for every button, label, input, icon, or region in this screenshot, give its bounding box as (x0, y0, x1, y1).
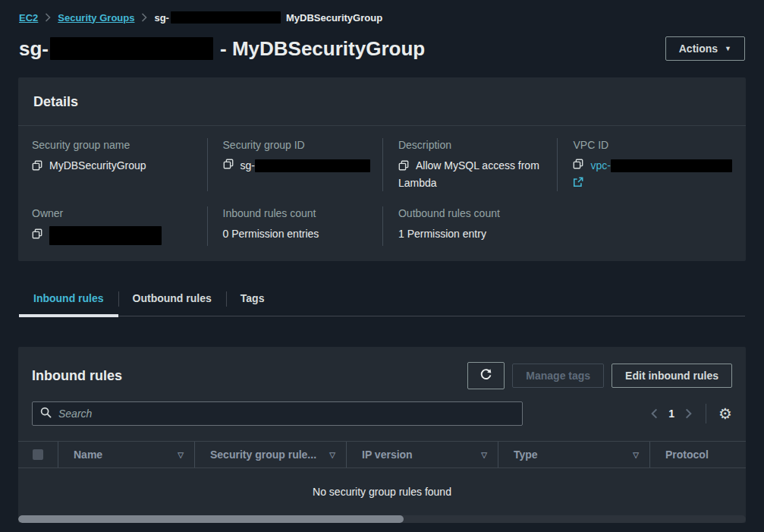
field-value-text: MyDBSecurityGroup (49, 159, 146, 172)
column-label: Type (514, 449, 538, 461)
field-value-text: 1 Permission entry (398, 226, 545, 242)
horizontal-scrollbar[interactable] (18, 515, 746, 523)
field-value-prefix: sg- (241, 158, 255, 174)
field-value-text: Allow MySQL access from Lambda (398, 159, 539, 189)
breadcrumb-current-suffix: MyDBSecurityGroup (286, 12, 382, 24)
edit-inbound-rules-button[interactable]: Edit inbound rules (612, 364, 732, 388)
actions-button-label: Actions (679, 42, 718, 55)
details-panel: Details Security group name MyDBSecurity… (18, 77, 746, 261)
field-owner: Owner (32, 206, 207, 246)
field-label: Owner (32, 206, 195, 220)
field-description: Description Allow MySQL access from Lamb… (382, 138, 558, 191)
inbound-rules-heading: Inbound rules (32, 368, 122, 384)
external-link-icon[interactable] (573, 177, 732, 190)
field-security-group-id: Security group ID sg- (207, 138, 382, 191)
manage-tags-button[interactable]: Manage tags (512, 364, 604, 388)
breadcrumb-current-prefix: sg- (154, 12, 169, 24)
column-label: Name (74, 449, 102, 461)
field-label: Outbound rules count (398, 206, 545, 220)
redacted-value (171, 11, 281, 24)
empty-state-message: No security group rules found (18, 468, 746, 515)
field-label: Inbound rules count (223, 206, 370, 220)
page-title-prefix: sg- (19, 37, 49, 61)
tab-outbound-rules[interactable]: Outbound rules (118, 282, 226, 316)
field-security-group-name: Security group name MyDBSecurityGroup (32, 138, 207, 191)
sort-icon[interactable]: ▽ (329, 451, 335, 459)
breadcrumb-link-ec2[interactable]: EC2 (19, 12, 38, 24)
tab-tags[interactable]: Tags (226, 282, 279, 316)
refresh-icon (479, 368, 492, 383)
copy-icon[interactable] (223, 158, 234, 174)
copy-icon[interactable] (398, 159, 409, 175)
column-label: Security group rule... (210, 449, 316, 461)
column-label: Protocol (665, 449, 709, 461)
breadcrumb-separator-icon (45, 13, 51, 22)
field-vpc-id: VPC ID vpc- (557, 138, 732, 191)
column-header-security-group-rule[interactable]: Security group rule... ▽ (194, 442, 346, 467)
column-header-type[interactable]: Type ▽ (498, 442, 649, 467)
pagination: 1 ⚙ (649, 404, 732, 423)
column-label: IP version (362, 449, 413, 461)
breadcrumb-current: sg- MyDBSecurityGroup (154, 11, 382, 24)
sort-icon[interactable]: ▽ (178, 451, 184, 459)
column-header-name[interactable]: Name ▽ (58, 442, 194, 467)
search-icon (40, 407, 52, 420)
breadcrumb-separator-icon (141, 13, 147, 22)
page-title-suffix: - MyDBSecurityGroup (220, 37, 425, 61)
breadcrumb: EC2 Security Groups sg- MyDBSecurityGrou… (0, 0, 764, 30)
settings-gear-icon[interactable]: ⚙ (718, 406, 732, 421)
select-all-checkbox[interactable] (18, 442, 58, 467)
field-label: Description (398, 138, 545, 152)
tab-inbound-rules[interactable]: Inbound rules (19, 282, 118, 316)
empty-cell (557, 206, 732, 246)
field-label: Security group ID (223, 138, 370, 152)
details-grid: Security group name MyDBSecurityGroup Se… (18, 126, 746, 261)
details-heading: Details (18, 77, 746, 126)
divider (706, 404, 706, 423)
checkbox-icon (33, 449, 43, 460)
copy-icon[interactable] (32, 159, 42, 175)
actions-button[interactable]: Actions ▼ (665, 36, 745, 61)
sort-icon[interactable]: ▽ (481, 451, 487, 459)
column-header-protocol[interactable]: Protocol (649, 442, 746, 467)
redacted-value (49, 226, 162, 245)
field-outbound-rules-count: Outbound rules count 1 Permission entry (382, 206, 558, 246)
column-header-ip-version[interactable]: IP version ▽ (346, 442, 498, 467)
field-value-text: 0 Permission entries (223, 226, 370, 242)
table-header: Name ▽ Security group rule... ▽ IP versi… (18, 441, 746, 468)
field-inbound-rules-count: Inbound rules count 0 Permission entries (207, 206, 382, 246)
tab-bar: Inbound rules Outbound rules Tags (19, 282, 745, 316)
sort-icon[interactable]: ▽ (633, 451, 639, 459)
copy-icon[interactable] (573, 158, 583, 174)
redacted-value (50, 37, 213, 60)
copy-icon[interactable] (32, 228, 42, 244)
field-label: VPC ID (573, 138, 732, 152)
redacted-value (255, 159, 370, 172)
redacted-value (611, 159, 732, 172)
search-input[interactable] (58, 408, 514, 420)
field-label: Security group name (32, 138, 195, 152)
breadcrumb-link-security-groups[interactable]: Security Groups (58, 12, 134, 24)
caret-down-icon: ▼ (725, 42, 731, 55)
vpc-link[interactable]: vpc- (590, 158, 610, 174)
scrollbar-thumb[interactable] (18, 515, 404, 523)
page-title: sg- - MyDBSecurityGroup (19, 37, 425, 61)
refresh-button[interactable] (467, 362, 505, 389)
chevron-left-icon[interactable] (649, 407, 659, 420)
search-box[interactable] (32, 401, 523, 426)
page-header: sg- - MyDBSecurityGroup Actions ▼ (0, 30, 764, 77)
chevron-right-icon[interactable] (684, 407, 693, 420)
page-number[interactable]: 1 (668, 408, 674, 420)
inbound-rules-panel: Inbound rules Manage tags Edit inbound r… (18, 347, 746, 523)
